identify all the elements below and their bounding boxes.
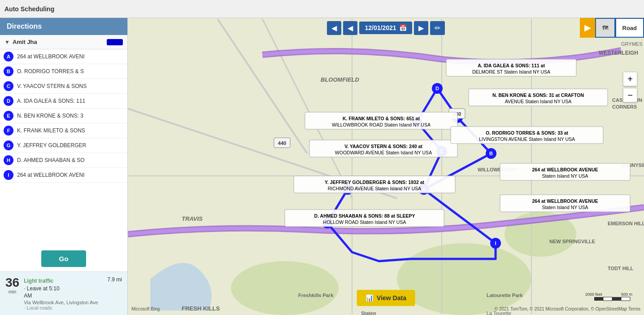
svg-rect-80 xyxy=(603,297,612,301)
svg-rect-82 xyxy=(621,297,630,301)
stop-text: 264 at WELLBROOK AVENI xyxy=(17,172,85,178)
svg-text:V. YAACOV STERN & SONS: 240 at: V. YAACOV STERN & SONS: 240 at xyxy=(344,144,422,149)
svg-text:LIVINGSTON AVENUE Staten Islan: LIVINGSTON AVENUE Staten Island NY USA xyxy=(479,136,575,142)
app-title: Auto Scheduling xyxy=(0,0,644,18)
traffic-via: Via Wellbrook Ave, Livingston Ave xyxy=(24,300,122,305)
svg-rect-81 xyxy=(612,297,621,301)
svg-text:Y. JEFFREY GOLDBERGER & SONS: : Y. JEFFREY GOLDBERGER & SONS: 1932 at xyxy=(325,179,425,185)
list-item[interactable]: H D. AHMED SHAABAN & SO xyxy=(0,153,127,168)
svg-point-2 xyxy=(397,243,531,315)
svg-text:NEW SPRINGVILLE: NEW SPRINGVILLE xyxy=(549,239,595,244)
svg-text:K. FRANK MILETO & SONS: 651 at: K. FRANK MILETO & SONS: 651 at xyxy=(343,116,420,121)
driver-color-bar xyxy=(107,39,123,45)
stop-text: D. AHMED SHAABAN & SO xyxy=(17,157,85,163)
svg-text:O. RODRIGO TORRES & SONS: 33 a: O. RODRIGO TORRES & SONS: 33 at xyxy=(486,130,569,136)
svg-text:I: I xyxy=(495,241,496,246)
go-button[interactable]: Go xyxy=(41,250,87,267)
svg-text:B: B xyxy=(489,151,493,156)
traffic-leave: · Leave at 5:10 xyxy=(24,285,122,292)
map-area: ◀ ◀ 12/01/2021 📅 ▶ ✏ ▶ 🗺 Road xyxy=(128,18,644,315)
zoom-in-button[interactable]: + xyxy=(623,72,637,86)
view-data-button[interactable]: 📊 View Data xyxy=(357,290,415,306)
time-box: 36 min xyxy=(5,276,19,294)
map-top-nav: ◀ ◀ 12/01/2021 📅 ▶ ✏ xyxy=(128,18,644,38)
svg-rect-79 xyxy=(594,297,603,301)
stop-letter: B xyxy=(4,66,13,76)
stop-text: O. RODRIGO TORRES & S xyxy=(17,68,84,74)
svg-text:TRAVIS: TRAVIS xyxy=(182,215,203,222)
list-item[interactable]: G Y. JEFFREY GOLDBERGER xyxy=(0,138,127,153)
svg-text:264 at WELLBROOK AVENUE: 264 at WELLBROOK AVENUE xyxy=(532,167,598,172)
stop-letter: G xyxy=(4,140,13,150)
nav-date: 12/01/2021 📅 xyxy=(359,22,412,34)
road-satellite-toggle: 🗺 Road xyxy=(595,18,644,38)
list-item[interactable]: A 264 at WELLBROOK AVENI xyxy=(0,49,127,64)
stop-letter: E xyxy=(4,111,13,121)
svg-text:CORNERS: CORNERS xyxy=(612,104,637,109)
stop-letter: I xyxy=(4,170,13,180)
driver-selector[interactable]: ▼ Amit Jha xyxy=(0,35,127,49)
time-number: 36 xyxy=(5,276,19,289)
svg-text:RICHMOND AVENUE Staten Island : RICHMOND AVENUE Staten Island NY USA xyxy=(328,186,422,191)
list-item[interactable]: B O. RODRIGO TORRES & S xyxy=(0,64,127,79)
stop-text: A. IDA GALEA & SONS: 111 xyxy=(17,98,85,104)
dropdown-arrow-icon: ▼ xyxy=(4,39,10,45)
calendar-icon: 📅 xyxy=(399,24,407,31)
time-unit: min xyxy=(9,289,17,294)
attribution-text: © 2021 TomTom, © 2021 Microsoft Corporat… xyxy=(495,306,640,311)
svg-text:264 at WELLBROOK AVENUE: 264 at WELLBROOK AVENUE xyxy=(532,198,598,204)
svg-text:N. BEN KRONE & SONS: 31 at CRA: N. BEN KRONE & SONS: 31 at CRAFTON xyxy=(492,92,584,98)
sidebar: Directions ▼ Amit Jha A 264 at WELLBROOK… xyxy=(0,18,128,315)
road-toggle-area: ▶ 🗺 Road xyxy=(580,18,644,38)
nav-edit-button[interactable]: ✏ xyxy=(430,21,445,35)
road-arrow-button[interactable]: ▶ xyxy=(580,18,595,38)
map-svg: A B C D E F G H I BLOOMFIE xyxy=(128,18,644,315)
satellite-tab[interactable]: 🗺 xyxy=(595,18,615,38)
app-title-text: Auto Scheduling xyxy=(4,5,54,13)
svg-text:DELMORE ST Staten Island NY US: DELMORE ST Staten Island NY USA xyxy=(472,69,550,74)
svg-text:500 m: 500 m xyxy=(621,292,632,297)
svg-text:D. AHMED SHAABAN & SONS: 88 at: D. AHMED SHAABAN & SONS: 88 at SLEEPY xyxy=(314,213,415,219)
list-item[interactable]: C V. YAACOV STERN & SONS xyxy=(0,79,127,94)
svg-point-1 xyxy=(231,261,339,315)
nav-prev-button[interactable]: ◀ xyxy=(327,21,341,35)
list-item[interactable]: D A. IDA GALEA & SONS: 111 xyxy=(0,94,127,109)
sidebar-header: Directions xyxy=(0,18,127,35)
svg-text:AVENUE Staten Island NY USA: AVENUE Staten Island NY USA xyxy=(505,99,571,104)
road-tab[interactable]: Road xyxy=(615,18,644,38)
nav-next-button[interactable]: ▶ xyxy=(414,21,428,35)
stop-text: N. BEN KRONE & SONS: 3 xyxy=(17,113,83,119)
traffic-leave-am: AM xyxy=(24,293,122,299)
svg-text:A. IDA GALEA & SONS: 111 at: A. IDA GALEA & SONS: 111 at xyxy=(478,63,545,68)
bing-text: Microsoft Bing xyxy=(131,306,160,311)
stop-text: 264 at WELLBROOK AVENI xyxy=(17,53,85,60)
svg-text:Latourette Park: Latourette Park xyxy=(487,293,523,298)
list-item[interactable]: E N. BEN KRONE & SONS: 3 xyxy=(0,109,127,123)
svg-text:WOODWARD AVENUE Staten Island : WOODWARD AVENUE Staten Island NY USA xyxy=(335,150,432,155)
svg-text:BLOOMFIELD: BLOOMFIELD xyxy=(321,76,360,83)
svg-text:D: D xyxy=(435,86,439,91)
traffic-ampm: AM xyxy=(24,293,32,299)
list-item[interactable]: I 264 at WELLBROOK AVENI xyxy=(0,168,127,183)
sidebar-title: Directions xyxy=(7,22,42,30)
list-item[interactable]: F K. FRANK MILETO & SONS xyxy=(0,123,127,138)
stops-list: A 264 at WELLBROOK AVENI B O. RODRIGO TO… xyxy=(0,49,127,246)
zoom-out-button[interactable]: − xyxy=(623,88,637,102)
view-data-label: View Data xyxy=(377,294,406,302)
stop-letter: H xyxy=(4,155,13,165)
main-area: Directions ▼ Amit Jha A 264 at WELLBROOK… xyxy=(0,18,644,315)
nav-date-text: 12/01/2021 xyxy=(365,24,396,31)
svg-text:EMERSON HILL: EMERSON HILL xyxy=(608,221,644,226)
stop-text: Y. JEFFREY GOLDBERGER xyxy=(17,142,86,149)
traffic-road-type: · Local roads xyxy=(24,305,122,311)
svg-text:FRESH KILLS: FRESH KILLS xyxy=(182,305,220,312)
svg-text:440: 440 xyxy=(278,140,286,146)
traffic-top: 36 min Light traffic 7.9 mi · Leave at 5… xyxy=(5,276,122,311)
zoom-controls: + − xyxy=(623,72,637,102)
svg-text:Staten: Staten xyxy=(361,311,376,315)
stop-letter: D xyxy=(4,96,13,106)
svg-text:WILLOWBROOK ROAD Staten Island: WILLOWBROOK ROAD Staten Island NY USA xyxy=(332,122,431,127)
bing-logo: Microsoft Bing xyxy=(131,306,160,311)
svg-text:HOLLOW ROAD Staten Island NY U: HOLLOW ROAD Staten Island NY USA xyxy=(323,219,406,225)
nav-prev2-button[interactable]: ◀ xyxy=(343,21,357,35)
